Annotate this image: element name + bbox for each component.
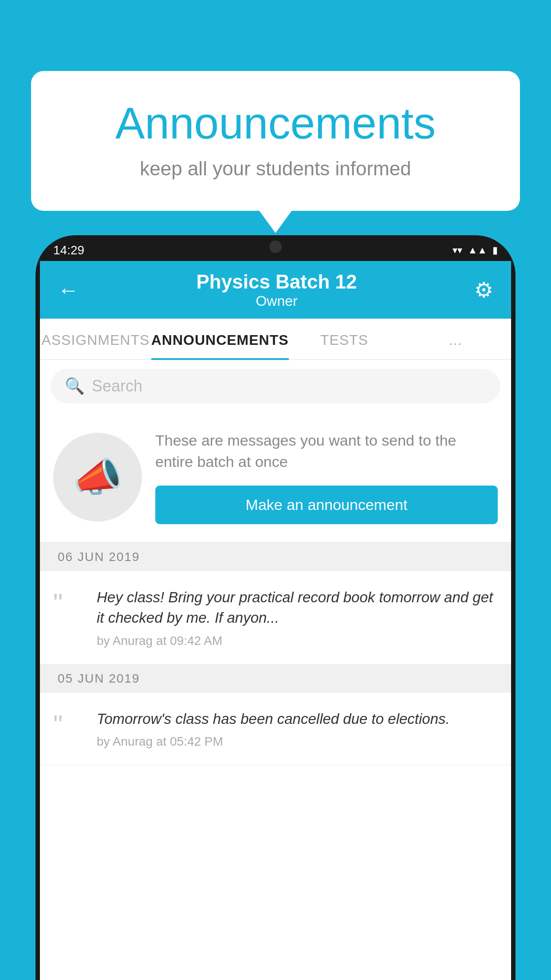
batch-title: Physics Batch 12 bbox=[197, 271, 357, 293]
phone-notch bbox=[240, 235, 311, 257]
battery-icon: ▮ bbox=[492, 245, 498, 256]
promo-description: These are messages you want to send to t… bbox=[155, 430, 498, 472]
announcement-message-1[interactable]: Hey class! Bring your practical record b… bbox=[97, 587, 498, 628]
signal-icon: ▲▲ bbox=[468, 245, 487, 256]
announcement-item-2: " Tomorrow's class has been cancelled du… bbox=[40, 693, 511, 765]
batch-subtitle: Owner bbox=[197, 293, 357, 309]
wifi-icon: ▾▾ bbox=[453, 245, 462, 256]
announcement-meta-2: by Anurag at 05:42 PM bbox=[97, 735, 498, 749]
announcement-message-2[interactable]: Tomorrow's class has been cancelled due … bbox=[97, 709, 498, 729]
phone-frame: 14:29 ▾▾ ▲▲ ▮ ← Physics Batch 12 Owner ⚙… bbox=[35, 235, 516, 980]
megaphone-icon: 📣 bbox=[73, 454, 122, 501]
settings-icon[interactable]: ⚙ bbox=[474, 277, 493, 302]
quote-icon-2: " bbox=[53, 711, 84, 738]
bubble-title: Announcements bbox=[67, 98, 484, 149]
make-announcement-button[interactable]: Make an announcement bbox=[155, 486, 498, 524]
date-separator-2: 05 JUN 2019 bbox=[40, 664, 511, 693]
tab-tests[interactable]: TESTS bbox=[289, 319, 400, 359]
announcement-content-2: Tomorrow's class has been cancelled due … bbox=[97, 709, 498, 749]
back-button[interactable]: ← bbox=[58, 278, 79, 302]
search-icon: 🔍 bbox=[65, 377, 85, 395]
search-box[interactable]: 🔍 Search bbox=[51, 369, 500, 403]
bubble-subtitle: keep all your students informed bbox=[67, 158, 484, 180]
promo-content: These are messages you want to send to t… bbox=[155, 430, 498, 524]
promo-section: 📣 These are messages you want to send to… bbox=[40, 412, 511, 543]
search-placeholder: Search bbox=[92, 377, 142, 395]
announcement-meta-1: by Anurag at 09:42 AM bbox=[97, 634, 498, 648]
announcement-item-1: " Hey class! Bring your practical record… bbox=[40, 571, 511, 664]
app-header: ← Physics Batch 12 Owner ⚙ bbox=[40, 261, 511, 319]
tabs-bar: ASSIGNMENTS ANNOUNCEMENTS TESTS ... bbox=[40, 319, 511, 360]
status-time: 14:29 bbox=[53, 243, 84, 257]
tab-announcements[interactable]: ANNOUNCEMENTS bbox=[151, 319, 289, 359]
speech-bubble: Announcements keep all your students inf… bbox=[31, 71, 520, 211]
status-icons: ▾▾ ▲▲ ▮ bbox=[453, 245, 498, 256]
tab-assignments[interactable]: ASSIGNMENTS bbox=[40, 319, 151, 359]
search-container: 🔍 Search bbox=[40, 360, 511, 412]
date-separator-1: 06 JUN 2019 bbox=[40, 543, 511, 571]
announcement-content-1: Hey class! Bring your practical record b… bbox=[97, 587, 498, 648]
phone-screen: ← Physics Batch 12 Owner ⚙ ASSIGNMENTS A… bbox=[40, 261, 511, 980]
phone-camera bbox=[269, 241, 282, 253]
header-title-area: Physics Batch 12 Owner bbox=[197, 271, 357, 309]
quote-icon-1: " bbox=[53, 590, 84, 616]
promo-icon-circle: 📣 bbox=[53, 433, 142, 522]
tab-more[interactable]: ... bbox=[400, 319, 511, 359]
